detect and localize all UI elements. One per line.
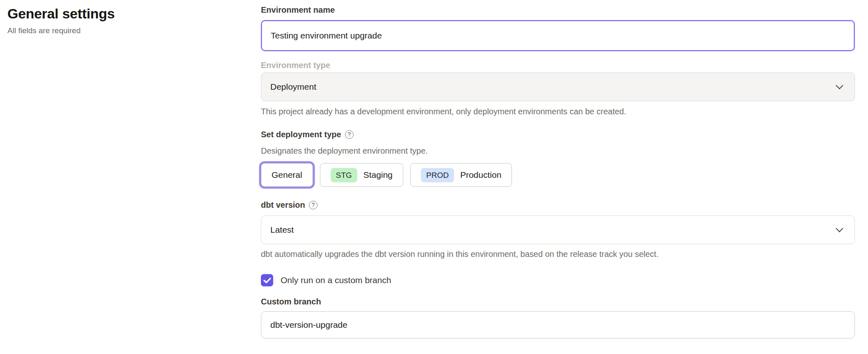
- chevron-down-icon: [836, 82, 843, 89]
- environment-type-select[interactable]: Deployment: [261, 73, 855, 101]
- deployment-type-label: Set deployment type: [261, 129, 341, 139]
- deployment-type-helper: Designates the deployment environment ty…: [261, 146, 855, 156]
- environment-type-value: Deployment: [270, 82, 316, 92]
- dbt-version-label-row: dbt version ?: [261, 200, 855, 210]
- environment-name-label: Environment name: [261, 5, 855, 15]
- environment-settings-form: Environment name Environment type Deploy…: [261, 0, 855, 338]
- deployment-type-production-button[interactable]: PROD Production: [410, 163, 512, 187]
- staging-button-label: Staging: [363, 170, 393, 180]
- deployment-type-options: General STG Staging PROD Production: [261, 163, 855, 187]
- page-subtitle: All fields are required: [7, 26, 237, 36]
- production-button-label: Production: [460, 170, 501, 180]
- custom-branch-input[interactable]: [261, 311, 855, 338]
- environment-type-helper: This project already has a development e…: [261, 107, 855, 116]
- environment-type-label: Environment type: [261, 60, 855, 70]
- deployment-type-label-row: Set deployment type ?: [261, 129, 855, 139]
- dbt-version-select[interactable]: Latest: [261, 216, 855, 244]
- general-button-label: General: [272, 170, 302, 180]
- deployment-type-general-button[interactable]: General: [261, 163, 313, 187]
- help-icon[interactable]: ?: [345, 130, 354, 139]
- dbt-version-helper: dbt automatically upgrades the dbt versi…: [261, 249, 855, 259]
- dbt-version-value: Latest: [270, 225, 294, 235]
- staging-badge: STG: [331, 168, 357, 182]
- custom-branch-checkbox-row: Only run on a custom branch: [261, 274, 855, 286]
- deployment-type-staging-button[interactable]: STG Staging: [320, 163, 403, 187]
- chevron-down-icon: [836, 225, 843, 232]
- production-badge: PROD: [421, 168, 454, 182]
- check-icon: [263, 277, 271, 284]
- settings-header: General settings All fields are required: [7, 5, 237, 36]
- custom-branch-checkbox[interactable]: [261, 274, 273, 286]
- environment-name-input[interactable]: [261, 20, 855, 51]
- dbt-version-label: dbt version: [261, 200, 305, 210]
- page-title: General settings: [7, 5, 237, 22]
- custom-branch-label: Custom branch: [261, 297, 855, 306]
- custom-branch-checkbox-label[interactable]: Only run on a custom branch: [281, 275, 391, 286]
- help-icon[interactable]: ?: [309, 201, 318, 209]
